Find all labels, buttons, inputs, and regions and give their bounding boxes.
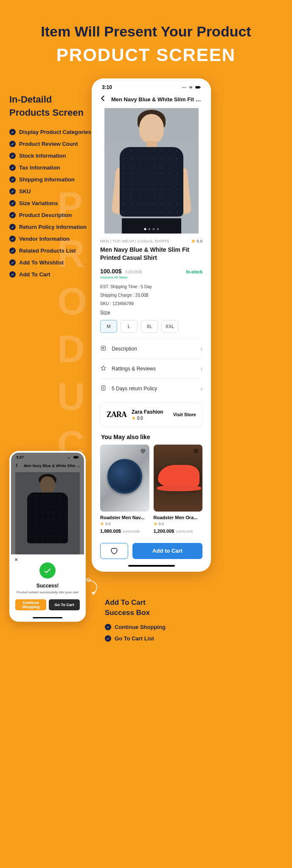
status-icons: ••• — [182, 85, 201, 90]
stock-badge: In-stock — [186, 270, 202, 274]
breadcrumb: MEN | TOP-WEAR | CASUAL SHIRTS — [100, 239, 169, 243]
feature-item: Add To Whishlist — [9, 259, 94, 266]
feature-item: Product Description — [9, 212, 94, 218]
feature-item: Stock Information — [9, 153, 94, 159]
related-card[interactable]: Roadster Men Ora... 0.0 1,200.00$1,500.0… — [154, 445, 203, 534]
original-price: 120.00$ — [125, 269, 142, 274]
accordion-reviews[interactable]: Rattings & Reviews › — [100, 359, 202, 378]
product-image[interactable] — [104, 108, 199, 234]
feature-item: SKU — [9, 188, 94, 195]
svg-rect-1 — [200, 87, 200, 88]
chevron-right-icon: › — [200, 365, 202, 372]
check-icon — [105, 635, 111, 642]
success-message: Product added successfully into your car… — [15, 590, 80, 594]
star-icon — [191, 239, 196, 243]
status-time: 3:27 — [16, 455, 24, 459]
vendor-name: Zara Fashion — [132, 409, 168, 415]
shipping-charge: Shipping Charge : 20.00$ — [100, 293, 202, 298]
related-card[interactable]: Roadster Men Nav... 0.0 1,980.00$2,500.0… — [100, 445, 149, 534]
related-rating: 0.0 — [154, 522, 203, 526]
close-icon[interactable]: ✕ — [14, 557, 18, 562]
accordion-description[interactable]: Description › — [100, 339, 202, 359]
related-title: Roadster Men Nav... — [100, 515, 149, 520]
heart-icon[interactable] — [192, 447, 200, 455]
description-icon — [100, 345, 107, 353]
related-rating: 0.0 — [100, 522, 149, 526]
related-title: Roadster Men Ora... — [154, 515, 203, 520]
success-box-heading: Add To CartSuccess Box — [105, 598, 166, 618]
status-icons — [66, 455, 79, 459]
check-icon — [9, 164, 16, 171]
wifi-icon — [66, 455, 72, 459]
go-to-cart-button[interactable]: Go To Cart — [49, 599, 80, 610]
product-title: Men Navy Blue & White Slim Fit Printed C… — [100, 246, 202, 262]
hero-line-1: Item Will Present Your Product — [8, 23, 284, 40]
product-image-small — [15, 472, 80, 554]
rating-top: 0.0 — [191, 239, 202, 243]
success-box-item: Continue Shopping — [105, 624, 166, 630]
hero-title: Item Will Present Your Product PRODUCT S… — [0, 0, 292, 70]
vendor-rating: 0.0 — [132, 416, 168, 420]
check-icon — [9, 153, 16, 159]
star-outline-icon — [100, 365, 107, 373]
check-icon — [9, 200, 16, 206]
feature-item: Size Variations — [9, 200, 94, 206]
size-label: Size — [100, 310, 202, 316]
header-title: Men Navy Blue & White Slim Fit Print... — [111, 96, 203, 103]
related-image-watch — [100, 445, 149, 512]
shipping-time: EST. Shipping Time : 5 Day — [100, 284, 202, 289]
check-icon — [9, 259, 16, 266]
battery-icon — [73, 455, 79, 459]
phone-main: 3:10 ••• Men Navy Blue & White Slim Fit … — [92, 78, 211, 572]
add-to-cart-button[interactable]: Add to Cart — [132, 543, 202, 559]
success-sheet: ✕ Success! Product added successfully in… — [11, 554, 84, 614]
visit-store-link[interactable]: Visit Store — [173, 412, 196, 417]
feature-item: Vendor Information — [9, 236, 94, 242]
check-icon — [9, 212, 16, 218]
star-icon — [154, 522, 157, 526]
carousel-dots — [144, 228, 159, 230]
home-indicator — [33, 617, 62, 618]
check-icon — [9, 188, 16, 195]
continue-shopping-button[interactable]: Continue Shopping — [15, 599, 46, 610]
related-image-shoe — [154, 445, 203, 512]
related-price: 1,200.00$1,500.00$ — [154, 529, 203, 534]
size-option-xl[interactable]: XL — [141, 320, 158, 333]
feature-item: Return Policy Information — [9, 224, 94, 230]
vendor-card[interactable]: ZARA Zara Fashion 0.0 Visit Store — [100, 403, 202, 427]
callout-arrow-icon — [85, 578, 104, 597]
chevron-right-icon: › — [200, 345, 202, 352]
wishlist-button[interactable] — [100, 543, 128, 559]
accordion-return-policy[interactable]: 5 Days return Policy › — [100, 378, 202, 398]
size-option-l[interactable]: L — [121, 320, 138, 333]
size-option-m[interactable]: M — [100, 320, 117, 333]
vendor-logo: ZARA — [107, 410, 126, 419]
heart-icon[interactable] — [139, 447, 147, 455]
check-icon — [9, 271, 16, 278]
you-may-also-like-heading: You May also like — [100, 434, 202, 440]
related-products: Roadster Men Nav... 0.0 1,980.00$2,500.0… — [100, 445, 202, 540]
size-option-xxl[interactable]: XXL — [161, 320, 178, 333]
check-icon — [9, 248, 16, 254]
status-bar: 3:27 — [11, 453, 84, 460]
check-icon — [9, 176, 16, 183]
back-button[interactable] — [99, 95, 107, 104]
back-button[interactable] — [14, 462, 20, 470]
home-indicator — [128, 565, 175, 567]
success-check-icon — [39, 562, 56, 579]
battery-icon — [195, 85, 201, 89]
wifi-icon — [188, 85, 194, 89]
policy-icon — [100, 385, 107, 392]
feature-item: Tax Information — [9, 164, 94, 171]
feature-heading: In-Detaild Products Screen — [9, 93, 94, 120]
check-icon — [9, 236, 16, 242]
header-title: Men Navy Blue & White Slim Fit Print... — [24, 464, 81, 468]
heart-outline-icon — [110, 546, 119, 556]
hero-line-2: PRODUCT SCREEN — [8, 45, 284, 65]
success-box-item: Go To Cart List — [105, 635, 166, 642]
success-title: Success! — [15, 583, 80, 589]
app-header: Men Navy Blue & White Slim Fit Print... — [94, 92, 208, 108]
sku: SKU : 123456789 — [100, 301, 202, 306]
check-icon — [9, 129, 16, 135]
check-icon — [105, 624, 111, 630]
